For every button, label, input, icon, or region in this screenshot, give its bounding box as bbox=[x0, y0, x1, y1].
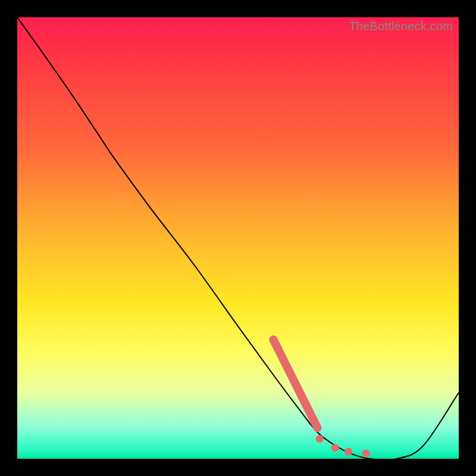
plot-area: TheBottleneck.com bbox=[17, 17, 459, 459]
chart-svg bbox=[17, 17, 459, 459]
highlight-dot bbox=[331, 444, 339, 452]
chart-frame: TheBottleneck.com bbox=[0, 0, 476, 476]
highlight-dot bbox=[345, 448, 352, 456]
highlight-dot bbox=[316, 435, 324, 443]
highlight-dot bbox=[362, 450, 370, 458]
bottleneck-curve bbox=[17, 17, 459, 460]
